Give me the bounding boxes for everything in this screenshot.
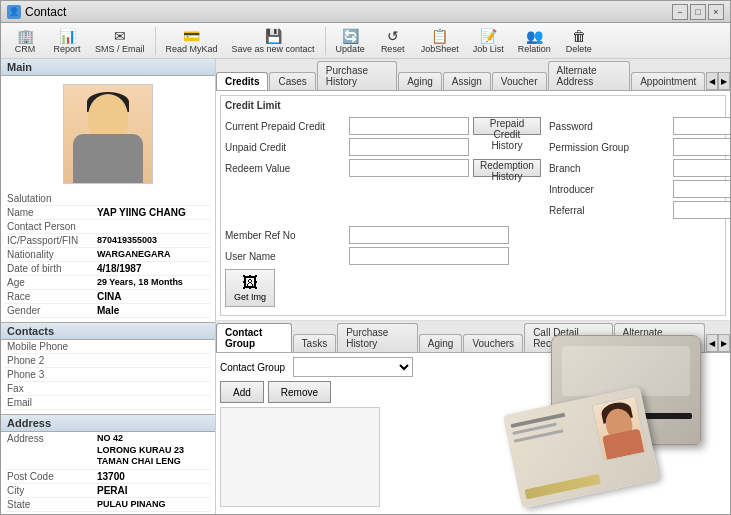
tab-aging-b[interactable]: Aging	[419, 334, 463, 352]
update-label: Update	[336, 44, 365, 54]
remove-button[interactable]: Remove	[268, 381, 331, 403]
field-label-address: Address	[7, 433, 97, 468]
referral-row: Referral	[549, 201, 730, 219]
tab-credits[interactable]: Credits	[216, 72, 268, 90]
job-list-button[interactable]: 📝 Job List	[467, 25, 510, 57]
username-input[interactable]	[349, 247, 509, 265]
bottom-tab-nav-right[interactable]: ▶	[718, 334, 730, 352]
field-value-gender: Male	[97, 305, 119, 316]
maximize-button[interactable]: □	[690, 4, 706, 20]
tab-appointment[interactable]: Appointment	[631, 72, 705, 90]
report-button[interactable]: 📊 Report	[47, 25, 87, 57]
permission-input[interactable]	[673, 138, 730, 156]
tab-call-detail[interactable]: Call Detail Records	[524, 323, 612, 352]
window-title: Contact	[25, 5, 66, 19]
field-value-race: CINA	[97, 291, 121, 302]
tab-aging[interactable]: Aging	[398, 72, 442, 90]
tab-tasks[interactable]: Tasks	[293, 334, 337, 352]
field-value-name: YAP YIING CHANG	[97, 207, 186, 218]
close-button[interactable]: ×	[708, 4, 724, 20]
current-prepaid-input[interactable]	[349, 117, 469, 135]
field-label-phone3: Phone 3	[7, 369, 97, 380]
address-header: Address	[1, 414, 215, 432]
save-new-button[interactable]: 💾 Save as new contact	[226, 25, 321, 57]
current-prepaid-label: Current Prepaid Credit	[225, 121, 345, 132]
unpaid-label: Unpaid Credit	[225, 142, 345, 153]
tab-voucher[interactable]: Voucher	[492, 72, 547, 90]
branch-input[interactable]	[673, 159, 730, 177]
minimize-button[interactable]: −	[672, 4, 688, 20]
left-panel-header: Main	[1, 59, 215, 76]
introducer-label: Introducer	[549, 184, 669, 195]
tab-assign[interactable]: Assign	[443, 72, 491, 90]
tab-vouchers[interactable]: Vouchers	[463, 334, 523, 352]
separator-1	[155, 27, 156, 55]
field-label-nationality: Nationality	[7, 249, 97, 260]
field-label-name: Name	[7, 207, 97, 218]
tab-alternate-address[interactable]: Alternate Address	[548, 61, 631, 90]
sms-button[interactable]: ✉ SMS / Email	[89, 25, 151, 57]
field-label-race: Race	[7, 291, 97, 302]
field-label-age: Age	[7, 277, 97, 288]
head	[88, 94, 128, 139]
field-label-phone2: Phone 2	[7, 355, 97, 366]
tab-purchase-history[interactable]: Purchase History	[317, 61, 397, 90]
relation-button[interactable]: 👥 Relation	[512, 25, 557, 57]
unpaid-input[interactable]	[349, 138, 469, 156]
field-label-dob: Date of birth	[7, 263, 97, 274]
table-row: Post Code 13700	[5, 470, 211, 484]
contact-group-select[interactable]	[293, 357, 413, 377]
report-label: Report	[53, 44, 80, 54]
table-row: Salutation	[5, 192, 211, 206]
credits-tab-content: Credit Limit Current Prepaid Credit Prep…	[216, 91, 730, 514]
redemption-history-button[interactable]: Redemption History	[473, 159, 541, 177]
delete-icon: 🗑	[569, 28, 589, 44]
read-mykad-button[interactable]: 💳 Read MyKad	[160, 25, 224, 57]
joblist-label: Job List	[473, 44, 504, 54]
redeem-input[interactable]	[349, 159, 469, 177]
jobsheet-label: JobSheet	[421, 44, 459, 54]
reset-button[interactable]: ↺ Reset	[373, 25, 413, 57]
credit-limit-title: Credit Limit	[225, 100, 721, 111]
field-value-nationality: WARGANEGARA	[97, 249, 171, 260]
permission-row: Permission Group	[549, 138, 730, 156]
tab-purchase-history-b[interactable]: Purchase History	[337, 323, 418, 352]
password-label: Password	[549, 121, 669, 132]
field-value-age: 29 Years, 18 Months	[97, 277, 183, 288]
bottom-tab-nav-left[interactable]: ◀	[706, 334, 718, 352]
branch-label: Branch	[549, 163, 669, 174]
tab-nav-right[interactable]: ▶	[718, 72, 730, 90]
table-row: Name YAP YIING CHANG	[5, 206, 211, 220]
tab-cases[interactable]: Cases	[269, 72, 315, 90]
reset-label: Reset	[381, 44, 405, 54]
sms-icon: ✉	[110, 28, 130, 44]
table-row: Address NO 42LORONG KURAU 23TAMAN CHAI L…	[5, 432, 211, 470]
field-label-ic: IC/Passport/FIN	[7, 235, 97, 246]
tab-contact-group[interactable]: Contact Group	[216, 323, 292, 352]
referral-label: Referral	[549, 205, 669, 216]
relation-icon: 👥	[524, 28, 544, 44]
table-row: Nationality WARGANEGARA	[5, 248, 211, 262]
contact-group-list	[220, 407, 380, 507]
current-prepaid-row: Current Prepaid Credit Prepaid Credit Hi…	[225, 117, 541, 135]
prepaid-history-button[interactable]: Prepaid Credit History	[473, 117, 541, 135]
table-row: Fax	[5, 382, 211, 396]
member-ref-input[interactable]	[349, 226, 509, 244]
update-button[interactable]: 🔄 Update	[330, 25, 371, 57]
tab-nav-left[interactable]: ◀	[706, 72, 718, 90]
info-table: Salutation Name YAP YIING CHANG Contact …	[1, 192, 215, 318]
field-label-country: Country	[7, 513, 97, 514]
referral-input[interactable]	[673, 201, 730, 219]
table-row: Age 29 Years, 18 Months	[5, 276, 211, 290]
get-img-button[interactable]: 🖼 Get Img	[225, 269, 275, 307]
password-input[interactable]	[673, 117, 730, 135]
crm-button[interactable]: 🏢 CRM	[5, 25, 45, 57]
add-button[interactable]: Add	[220, 381, 264, 403]
field-value-state: PULAU PINANG	[97, 499, 166, 510]
reset-icon: ↺	[383, 28, 403, 44]
delete-button[interactable]: 🗑 Delete	[559, 25, 599, 57]
introducer-input[interactable]	[673, 180, 730, 198]
jobsheet-button[interactable]: 📋 JobSheet	[415, 25, 465, 57]
field-label-city: City	[7, 485, 97, 496]
tab-alternate-addr[interactable]: Alternate Addresses	[614, 323, 706, 352]
